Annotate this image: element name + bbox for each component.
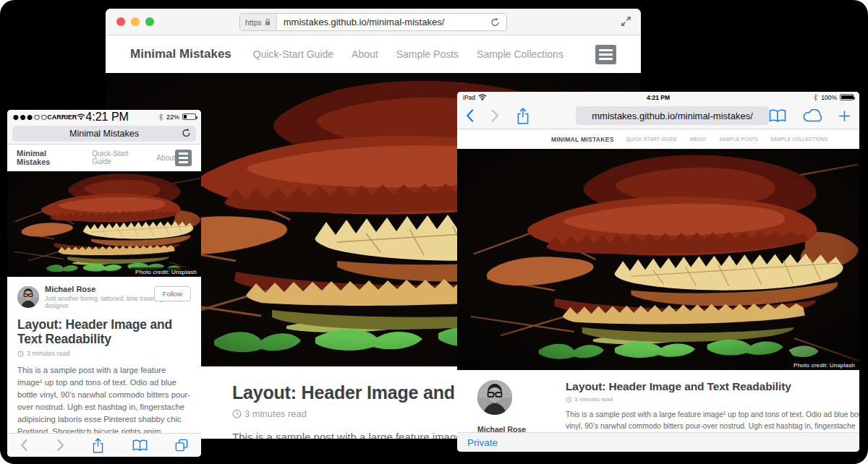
url-text: mmistakes.github.io/minimal-mistakes/	[277, 17, 484, 27]
forward-button[interactable]	[490, 108, 499, 123]
ipad-address-bar[interactable]: mmistakes.github.io/minimal-mistakes/	[576, 106, 769, 125]
wifi-icon	[77, 113, 85, 120]
signal-dots-icon: ●●●○○	[12, 111, 47, 124]
iphone-status-bar: ●●●○○ CARRIER 4:21 PM 22%	[7, 110, 201, 124]
read-time: 3 minutes read	[27, 350, 70, 357]
iphone-reload-button[interactable]	[182, 128, 191, 138]
reload-icon	[182, 128, 191, 138]
feature-image: Photo credit: Unsplash	[7, 171, 201, 277]
leaves-photo	[7, 171, 201, 277]
leaves-photo	[457, 149, 859, 370]
battery-percent: 22%	[166, 113, 179, 121]
plus-icon	[838, 110, 851, 122]
battery-icon	[182, 113, 196, 120]
bluetooth-icon	[158, 113, 163, 121]
iphone-post-content: Michael Rose Just another boring, tattoo…	[7, 277, 201, 457]
bookmarks-button[interactable]	[769, 109, 786, 123]
ipad-status-bar: iPad 4:21 PM 100%	[457, 92, 859, 103]
iphone-address-bar[interactable]: Minimal Mistakes	[12, 126, 196, 142]
back-button[interactable]	[466, 108, 475, 123]
post-title: Layout: Header Image and Text Readabilit…	[566, 380, 859, 393]
iphone-url-row: Minimal Mistakes	[7, 124, 201, 145]
author-avatar	[17, 286, 39, 308]
nav-link-quick-start-guide[interactable]: Quick-Start Guide	[626, 137, 678, 142]
new-tab-button[interactable]	[838, 110, 851, 122]
back-button[interactable]	[20, 439, 28, 452]
avatar-photo	[477, 380, 512, 415]
chevron-right-icon	[490, 108, 499, 123]
avatar-photo	[17, 286, 39, 308]
url-text: mmistakes.github.io/minimal-mistakes/	[592, 111, 753, 121]
bookmarks-button[interactable]	[132, 439, 148, 452]
site-title-link[interactable]: Minimal Mistakes	[17, 149, 72, 166]
iphone-masthead-nav: Minimal Mistakes Quick-Start Guide About	[7, 145, 201, 171]
forward-button[interactable]	[56, 439, 64, 452]
cloud-icon	[802, 109, 822, 123]
author-avatar	[477, 380, 512, 415]
desktop-browser-chrome: https mmistakes.github.io/minimal-mistak…	[106, 9, 641, 35]
share-button[interactable]	[516, 108, 529, 124]
clock-icon	[232, 409, 242, 418]
status-time: 4:21 PM	[85, 111, 129, 124]
author-block: Michael Rose Just another boring, tattoo…	[17, 285, 191, 309]
photo-credit-label: Photo credit: Unsplash	[131, 267, 201, 277]
site-title-link[interactable]: Minimal Mistakes	[130, 47, 231, 61]
tabs-button[interactable]	[175, 439, 188, 452]
window-controls	[116, 17, 154, 26]
nav-link-sample-collections[interactable]: Sample Collections	[770, 137, 827, 142]
desktop-masthead-nav: Minimal Mistakes Quick-Start Guide About…	[106, 35, 641, 73]
share-icon	[516, 108, 529, 124]
clock-icon	[17, 351, 24, 357]
address-bar[interactable]: https mmistakes.github.io/minimal-mistak…	[239, 13, 507, 31]
icloud-tabs-button[interactable]	[802, 109, 822, 123]
tabs-icon	[175, 439, 188, 452]
iphone-screen: ●●●○○ CARRIER 4:21 PM 22% Minimal Mistak…	[7, 110, 201, 457]
private-label[interactable]: Private	[467, 437, 498, 448]
https-badge: https	[240, 14, 277, 30]
nav-link-sample-posts[interactable]: Sample Posts	[719, 137, 758, 142]
share-icon	[92, 438, 104, 453]
chevron-left-icon	[466, 108, 475, 123]
nav-link-sample-posts[interactable]: Sample Posts	[396, 48, 459, 60]
post-title: Layout: Header Image and Text Readabilit…	[17, 317, 191, 346]
fullscreen-button[interactable]	[621, 16, 631, 27]
device-mockup-composite: https mmistakes.github.io/minimal-mistak…	[0, 0, 868, 464]
ipad-browser-toolbar: mmistakes.github.io/minimal-mistakes/	[457, 103, 859, 129]
reload-icon	[490, 17, 500, 27]
clock-icon	[566, 397, 571, 403]
battery-icon	[840, 94, 854, 100]
photo-credit-label: Photo credit: Unsplash	[789, 361, 859, 370]
nav-link-about[interactable]: About	[690, 137, 707, 142]
site-title-link[interactable]: Minimal Mistakes	[551, 136, 614, 143]
status-time: 4:21 PM	[457, 94, 859, 101]
book-icon	[132, 439, 148, 452]
menu-toggle-button[interactable]	[175, 150, 192, 166]
expand-arrows-icon	[621, 16, 631, 27]
nav-link-about[interactable]: About	[352, 48, 378, 60]
iphone-bottom-toolbar	[7, 433, 201, 457]
nav-link-quick-start-guide[interactable]: Quick-Start Guide	[92, 150, 140, 166]
private-browsing-bar: Private	[457, 432, 859, 452]
share-button[interactable]	[92, 438, 104, 453]
read-time: 3 minutes read	[574, 396, 613, 403]
nav-link-about[interactable]: About	[156, 154, 175, 162]
nav-link-quick-start-guide[interactable]: Quick-Start Guide	[253, 48, 333, 60]
https-label: https	[245, 18, 262, 27]
chevron-right-icon	[56, 439, 64, 452]
reload-button[interactable]	[484, 17, 506, 27]
post-meta: 3 minutes read	[17, 350, 191, 357]
ipad-masthead-nav: Minimal Mistakes Quick-Start Guide About…	[457, 129, 859, 149]
menu-toggle-button[interactable]	[595, 45, 616, 64]
post-meta: 3 minutes read	[566, 396, 859, 403]
ipad-screen: iPad 4:21 PM 100%	[457, 92, 859, 452]
close-window-button[interactable]	[116, 17, 125, 26]
feature-image: Photo credit: Unsplash	[457, 149, 859, 370]
iphone-page-title: Minimal Mistakes	[69, 129, 139, 139]
chevron-left-icon	[20, 439, 28, 452]
minimize-window-button[interactable]	[131, 17, 140, 26]
zoom-window-button[interactable]	[145, 17, 154, 26]
read-time: 3 minutes read	[244, 408, 307, 419]
follow-button[interactable]: Follow	[154, 286, 191, 301]
nav-link-sample-collections[interactable]: Sample Collections	[477, 48, 563, 60]
lock-icon	[264, 18, 271, 26]
